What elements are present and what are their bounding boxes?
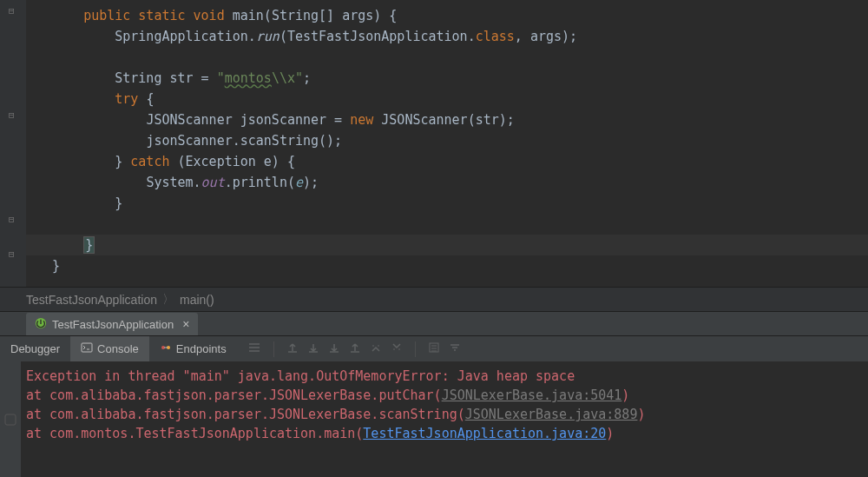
code-token: run [256, 29, 279, 44]
error-text: java.lang.OutOfMemoryError: Java heap sp… [238, 368, 575, 384]
code-line[interactable] [26, 214, 868, 235]
upload-icon[interactable] [349, 341, 361, 356]
svg-rect-1 [82, 343, 92, 352]
step-icon[interactable] [370, 341, 382, 356]
code-token: JSONScanner(str); [381, 112, 515, 128]
code-token: { [146, 91, 154, 107]
breadcrumb-method[interactable]: main() [180, 293, 214, 307]
code-token: ; [303, 70, 311, 86]
code-line[interactable]: SpringApplication.run(TestFastJsonApplic… [26, 26, 868, 47]
divider [273, 341, 274, 357]
settings-icon[interactable] [247, 341, 261, 357]
code-line[interactable]: System.out.println(e); [26, 172, 868, 193]
stack-text: ) [606, 426, 614, 441]
stack-text: ) [621, 388, 629, 403]
endpoints-icon [160, 341, 172, 356]
close-icon[interactable]: × [182, 317, 189, 331]
code-line[interactable]: } catch (Exception e) { [26, 151, 868, 172]
code-token: .println( [225, 175, 295, 190]
code-token: SpringApplication. [115, 29, 256, 44]
code-token: " [295, 70, 303, 86]
calculator-icon[interactable] [428, 341, 440, 356]
code-line[interactable]: String str = "montos\\x"; [26, 68, 868, 89]
download-icon[interactable] [328, 341, 340, 356]
stack-frame: at com.alibaba.fastjson.parser.JSONLexer… [26, 386, 868, 405]
svg-rect-5 [5, 414, 16, 425]
editor-gutter[interactable]: ⊟ ⊟ ⊟ ⊟ [0, 0, 26, 287]
code-token: (Exception e) { [178, 154, 295, 169]
code-token: } [115, 154, 130, 169]
code-token: JSONScanner jsonScanner = [146, 112, 350, 128]
tab-console[interactable]: Console [70, 336, 149, 361]
code-token: } [52, 258, 60, 274]
code-token: out [201, 175, 225, 190]
step-icon[interactable] [391, 341, 403, 356]
code-token: montos [225, 70, 272, 86]
code-token: catch [130, 154, 177, 169]
code-editor[interactable]: ⊟ ⊟ ⊟ ⊟ public static void main(String[]… [0, 0, 868, 287]
code-token: try [115, 91, 146, 107]
code-area[interactable]: public static void main(String[] args) {… [26, 0, 868, 287]
run-config-tab[interactable]: TestFastJsonApplication × [26, 313, 198, 335]
code-line[interactable]: jsonScanner.scanString(); [26, 130, 868, 151]
fold-marker-icon[interactable]: ⊟ [9, 215, 17, 224]
code-line[interactable] [26, 47, 868, 68]
stack-frame: at com.montos.TestFastJsonApplication.ma… [26, 424, 868, 443]
error-text: Exception in thread "main" [26, 368, 238, 384]
code-token: static [138, 8, 193, 23]
code-token: , args); [515, 29, 577, 44]
stack-text: at com.montos.TestFastJsonApplication.ma… [26, 426, 363, 441]
code-line[interactable]: } [26, 255, 868, 276]
run-config-tabbar: TestFastJsonApplication × [0, 311, 868, 335]
code-token: { [389, 8, 397, 23]
console-output[interactable]: Exception in thread "main" java.lang.Out… [0, 361, 868, 477]
breadcrumb-class[interactable]: TestFastJsonApplication [26, 293, 157, 307]
source-link[interactable]: JSONLexerBase.java:889 [465, 407, 638, 422]
code-token: " [217, 70, 225, 86]
debug-toolbar: Debugger Console Endpoints [0, 335, 868, 361]
export-icon[interactable] [286, 341, 299, 356]
source-link[interactable]: TestFastJsonApplication.java:20 [363, 426, 606, 441]
code-token: String str = [115, 70, 216, 86]
code-line[interactable]: JSONScanner jsonScanner = new JSONScanne… [26, 109, 868, 130]
code-token: (TestFastJsonApplication. [279, 29, 476, 44]
download-icon[interactable] [307, 341, 319, 356]
tab-console-label: Console [97, 342, 139, 355]
tab-debugger[interactable]: Debugger [0, 336, 70, 361]
code-token: ); [303, 175, 319, 190]
filter-icon[interactable] [449, 341, 461, 356]
stack-text: at com.alibaba.fastjson.parser.JSONLexer… [26, 407, 465, 422]
code-token: jsonScanner.scanString(); [146, 133, 342, 149]
code-token: void [194, 8, 233, 23]
console-line: Exception in thread "main" java.lang.Out… [26, 367, 868, 386]
breadcrumb[interactable]: TestFastJsonApplication 〉 main() [0, 287, 868, 311]
stack-text: ) [637, 407, 645, 422]
tab-endpoints[interactable]: Endpoints [149, 336, 237, 361]
fold-marker-icon[interactable]: ⊟ [9, 111, 17, 120]
breadcrumb-separator-icon: 〉 [162, 292, 174, 308]
debug-toolbar-actions [247, 341, 461, 357]
console-gutter[interactable] [0, 361, 21, 477]
code-line[interactable]: public static void main(String[] args) { [26, 5, 868, 26]
stack-text: at com.alibaba.fastjson.parser.JSONLexer… [26, 388, 442, 403]
code-token: } [83, 236, 95, 254]
code-line[interactable]: } [26, 193, 868, 214]
code-token: } [115, 195, 122, 211]
fold-marker-icon[interactable]: ⊟ [9, 250, 17, 259]
code-token: System. [146, 175, 201, 190]
code-token: ( [264, 8, 272, 23]
code-token: String [272, 8, 319, 23]
code-token: public [83, 8, 138, 23]
fold-marker-icon[interactable]: ⊟ [9, 7, 17, 16]
code-line[interactable]: } [26, 235, 868, 255]
stack-frame: at com.alibaba.fastjson.parser.JSONLexer… [26, 405, 868, 424]
console-icon [81, 341, 93, 356]
divider [415, 341, 416, 357]
tab-debugger-label: Debugger [10, 342, 60, 355]
code-token: e [295, 175, 303, 190]
tab-endpoints-label: Endpoints [176, 342, 227, 355]
run-config-tab-label: TestFastJsonApplication [52, 318, 174, 331]
source-link[interactable]: JSONLexerBase.java:5041 [442, 388, 622, 403]
spring-boot-icon [35, 317, 47, 332]
code-line[interactable]: try { [26, 89, 868, 109]
